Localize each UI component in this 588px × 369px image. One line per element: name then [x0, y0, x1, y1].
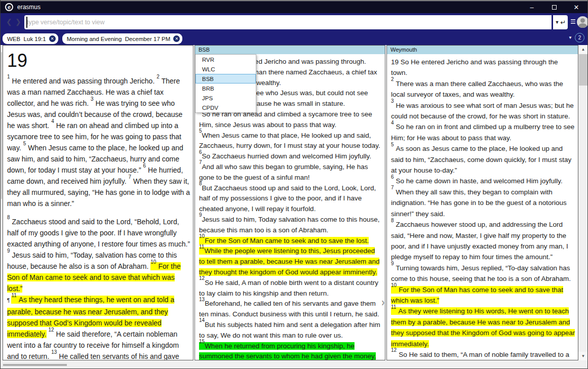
verse-weymouth-7[interactable]: 7When they all saw this, they began to c…	[391, 188, 567, 218]
scroll-down-icon[interactable]: ▼	[578, 352, 588, 360]
web-paragraph: 8Zacchaeus stood and said to the Lord, “…	[7, 216, 190, 250]
bsb-verse-row: 11While the people were listening to thi…	[199, 246, 382, 277]
search-dropdown-icon[interactable]: ▼	[555, 20, 560, 25]
verse-bsb-14[interactable]: 14But his subjects hated him and sent a …	[199, 321, 380, 339]
window-title: erasmus	[17, 4, 41, 11]
verse-bsb-10[interactable]: 10For the Son of Man came to seek and to…	[199, 237, 369, 244]
close-button[interactable]: ✕	[565, 1, 587, 13]
pane-weymouth: Weymouth 19 So He entered Jericho and wa…	[386, 45, 578, 360]
pane-web: 19 1He entered and was passing through J…	[3, 45, 193, 360]
dropdown-item-wlc[interactable]: WLC	[195, 64, 256, 74]
avatar-body	[578, 23, 587, 28]
user-avatar[interactable]	[577, 16, 588, 28]
tab-2[interactable]: Morning and Evening December 17 PM✕	[62, 33, 183, 44]
verse-number: 2	[391, 76, 394, 82]
tab-close-icon[interactable]: ✕	[49, 35, 56, 42]
verse-number: 9	[7, 248, 10, 254]
verse-weymouth-12[interactable]: 12So He said to them, “A man of noble fa…	[391, 351, 569, 360]
app-logo-icon: e	[5, 3, 13, 11]
verse-web-1[interactable]: 1He entered and was passing through Jeri…	[7, 77, 154, 85]
verse-number: 6	[199, 149, 202, 155]
verse-number: 10	[150, 259, 156, 265]
verse-weymouth-9[interactable]: 9Turning towards him, Jesus replied, “To…	[391, 264, 571, 282]
web-paragraph: 9Jesus said to him, “Today, salvation ha…	[7, 250, 190, 294]
verse-bsb-13[interactable]: 13Beforehand, he called ten of his serva…	[199, 300, 379, 318]
verse-bsb-12[interactable]: 12So He said, A man of noble birth went …	[199, 279, 378, 297]
content-area: 19 1He entered and was passing through J…	[1, 45, 587, 360]
verse-number: 5	[23, 141, 26, 146]
verse-bsb-7[interactable]: 7And all who saw this began to grumble, …	[199, 163, 368, 181]
bsb-verse-row: 5When Jesus came to that place, He looke…	[199, 131, 382, 152]
verse-number: 12	[48, 327, 54, 333]
enter-go-icon[interactable]: ↵	[561, 19, 566, 26]
verse-bsb-15[interactable]: 15When he returned from procuring his ki…	[199, 342, 376, 360]
verse-weymouth-5[interactable]: 5As soon as Jesus came to the place, He …	[391, 145, 571, 174]
verse-bsb-6[interactable]: 6So Zacchaeus hurried down and welcomed …	[199, 152, 371, 160]
bsb-verse-row: 15When he returned from procuring his ki…	[199, 341, 382, 360]
dropdown-item-rvr[interactable]: RVR	[195, 55, 256, 64]
nav-bar: ❮ ❯ type verse/topic/text to view ▼ ↵	[1, 13, 587, 32]
dropdown-item-bsb[interactable]: BSB	[195, 74, 256, 84]
verse-number: 9	[391, 261, 394, 266]
left-pane-scrollbar-thumb[interactable]	[1, 52, 2, 199]
verse-web-8[interactable]: 8Zacchaeus stood and said to the Lord, “…	[7, 218, 190, 248]
tab-label: WEB Luk 19:1	[7, 36, 46, 42]
menu-icon[interactable]	[571, 19, 575, 24]
bsb-translation-header[interactable]: BSB	[195, 46, 385, 54]
verse-weymouth-19[interactable]: 19 So He entered Jericho and was passing…	[391, 58, 558, 76]
verse-weymouth-3[interactable]: 3He was anxious to see what sort of man …	[391, 102, 574, 120]
scroll-right-hint-icon[interactable]: ❯	[381, 300, 385, 305]
tab-1[interactable]: WEB Luk 19:1✕	[3, 33, 58, 44]
weymouth-verse-row: 4So he ran on in front and climbed up a …	[391, 121, 575, 143]
minimize-button[interactable]: –	[521, 1, 543, 13]
verse-number: 13	[51, 349, 57, 355]
verse-number: 5	[199, 128, 202, 134]
maximize-button[interactable]	[543, 1, 565, 13]
verse-weymouth-2[interactable]: 2There was a man there called Zacchaeus,…	[391, 80, 563, 98]
scrollbar-thumb[interactable]	[579, 54, 587, 86]
verse-bsb-9[interactable]: 9Jesus said to him, Today salvation has …	[199, 216, 380, 234]
web-paragraph: 1He entered and was passing through Jeri…	[7, 75, 190, 209]
weymouth-verse-row: 10For the Son of Man has come to seek an…	[391, 284, 575, 306]
verse-bsb-4[interactable]: 4So he ran on ahead and climbed a sycamo…	[199, 110, 372, 129]
back-icon[interactable]: ❮	[6, 18, 12, 26]
verse-weymouth-8[interactable]: 8Zacchaeus however stood up, and address…	[391, 221, 568, 261]
forward-icon[interactable]: ❯	[15, 18, 21, 26]
verse-number: 15	[199, 339, 205, 344]
dropdown-item-jps[interactable]: JPS	[195, 93, 256, 103]
dropdown-item-brb[interactable]: BRB	[195, 84, 256, 93]
pilcrow-mark: ¶	[7, 298, 10, 303]
title-bar: e erasmus – ✕	[1, 1, 587, 13]
verse-weymouth-10[interactable]: 10For the Son of Man has come to seek an…	[391, 286, 563, 304]
verse-number: 11	[391, 304, 396, 310]
search-input[interactable]: type verse/topic/text to view	[24, 15, 552, 29]
verse-number: 12	[199, 275, 205, 281]
horizontal-scrollbar[interactable]	[1, 360, 587, 369]
verse-number: 3	[91, 96, 94, 102]
verse-weymouth-6[interactable]: 6So he came down in haste, and welcomed …	[391, 177, 563, 185]
verse-number: 10	[199, 233, 205, 239]
weymouth-translation-header[interactable]: Weymouth	[387, 46, 578, 54]
verse-number: 7	[391, 185, 394, 190]
tab-close-icon[interactable]: ✕	[173, 35, 180, 42]
bsb-verse-row: 14But his subjects hated him and sent a …	[199, 320, 382, 341]
tab-count-badge[interactable]: 2	[575, 33, 584, 43]
verse-number: 2	[156, 74, 160, 79]
tab-list-dropdown-icon[interactable]: ▼	[568, 35, 572, 40]
verse-bsb-8[interactable]: 8But Zacchaeus stood up and said to the …	[199, 184, 376, 213]
verse-number: 11	[199, 244, 204, 250]
horizontal-scrollbar-thumb[interactable]	[3, 364, 67, 366]
weymouth-verse-row: 2There was a man there called Zacchaeus,…	[391, 78, 575, 100]
verse-number: 1	[7, 74, 10, 79]
verse-number: 11	[11, 293, 16, 298]
verse-bsb-5[interactable]: 5When Jesus came to that place, He looke…	[199, 132, 380, 150]
verse-weymouth-4[interactable]: 4So he ran on in front and climbed up a …	[391, 123, 574, 141]
vertical-scrollbar[interactable]: ▲ ▼	[578, 45, 588, 360]
verse-number: 8	[199, 181, 202, 186]
scroll-up-icon[interactable]: ▲	[578, 45, 588, 54]
verse-number: 6	[391, 174, 394, 180]
verse-bsb-11[interactable]: 11While the people were listening to thi…	[199, 247, 379, 276]
verse-weymouth-11[interactable]: 11As they were listening to His words, H…	[391, 307, 575, 347]
verse-number: 13	[199, 297, 205, 302]
dropdown-item-cpdv[interactable]: CPDV	[195, 103, 256, 112]
